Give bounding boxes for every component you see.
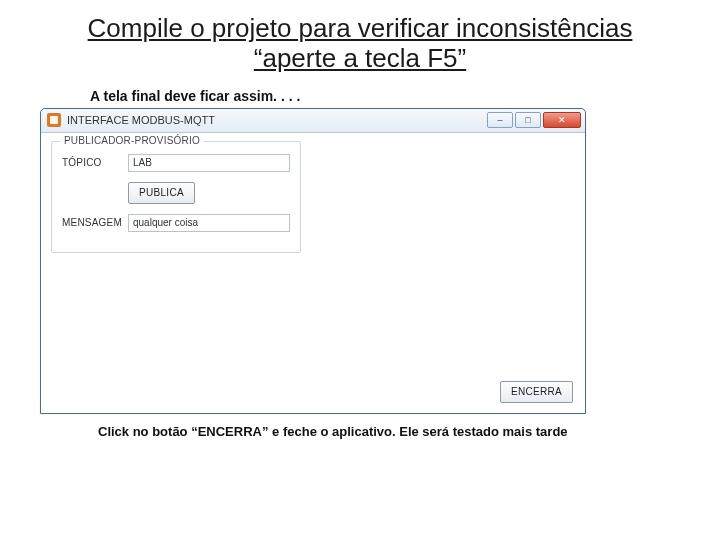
message-input[interactable] (128, 214, 290, 232)
close-button[interactable]: ✕ (543, 112, 581, 128)
slide-title: Compile o projeto para verificar inconsi… (0, 0, 720, 74)
title-line1: Compile o projeto para verificar inconsi… (88, 13, 633, 43)
groupbox-legend: PUBLICADOR-PROVISÓRIO (60, 135, 204, 146)
app-window: INTERFACE MODBUS-MQTT – □ ✕ PUBLICADOR-P… (40, 108, 586, 414)
message-label: MENSAGEM (62, 217, 128, 228)
maximize-button[interactable]: □ (515, 112, 541, 128)
window-title: INTERFACE MODBUS-MQTT (67, 114, 215, 126)
client-area: PUBLICADOR-PROVISÓRIO TÓPICO PUBLICA MEN… (41, 133, 585, 413)
caption-above: A tela final deve ficar assim. . . . (90, 88, 720, 104)
publish-button[interactable]: PUBLICA (128, 182, 195, 204)
topic-input[interactable] (128, 154, 290, 172)
publisher-groupbox: PUBLICADOR-PROVISÓRIO TÓPICO PUBLICA MEN… (51, 141, 301, 253)
message-row: MENSAGEM (62, 214, 290, 232)
title-line2: “aperte a tecla F5” (40, 44, 680, 74)
topic-row: TÓPICO (62, 154, 290, 172)
encerra-button[interactable]: ENCERRA (500, 381, 573, 403)
titlebar[interactable]: INTERFACE MODBUS-MQTT – □ ✕ (41, 109, 585, 133)
publish-row: PUBLICA (62, 182, 290, 204)
app-icon (47, 113, 61, 127)
minimize-button[interactable]: – (487, 112, 513, 128)
topic-label: TÓPICO (62, 157, 128, 168)
caption-below: Click no botão “ENCERRA” e feche o aplic… (98, 424, 578, 440)
window-controls: – □ ✕ (485, 112, 581, 128)
